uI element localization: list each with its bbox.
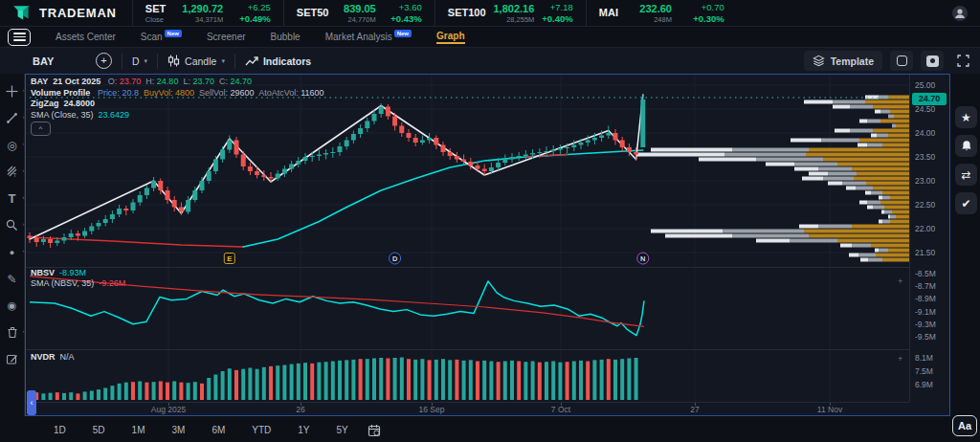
time-tick-label: 26 [296, 405, 304, 414]
pencil-tool-icon[interactable]: ✎ [1, 266, 24, 292]
event-badge-N[interactable]: N [637, 253, 649, 264]
magnet-tool-icon[interactable]: ◉ [1, 293, 24, 319]
event-badge-E[interactable]: E [224, 254, 234, 264]
symbol-button[interactable]: BAY [33, 55, 86, 67]
range-1m-button[interactable]: 1M [121, 422, 157, 438]
time-tick-label: 11 Nov [817, 405, 842, 414]
range-3m-button[interactable]: 3M [161, 422, 197, 438]
high-value: 24.80 [157, 77, 179, 86]
scroll-to-start-handle[interactable]: ‹ [27, 390, 36, 415]
indicators-button[interactable]: Indicators [245, 55, 311, 67]
pane-maximize-button[interactable]: + [898, 276, 902, 286]
compare-add-button[interactable]: + [96, 53, 112, 69]
font-settings-button[interactable]: Aa [952, 415, 977, 436]
range-ytd-button[interactable]: YTD [240, 422, 282, 438]
index-volume: 34,371M [195, 15, 223, 24]
nvdr-legend: NVDR N/A [31, 352, 75, 364]
pane-maximize-button[interactable]: + [898, 354, 902, 364]
toolbar-divider [234, 54, 235, 69]
nav-market-analysis[interactable]: Market AnalysisNew [325, 32, 412, 42]
zoom-tool-icon[interactable]: › [1, 212, 24, 238]
nav-screener[interactable]: Screener [207, 32, 246, 42]
index-volume: 28,255M [506, 15, 534, 24]
fib-circles-tool-icon[interactable]: ◎› [1, 132, 24, 158]
range-1d-button[interactable]: 1D [42, 422, 78, 438]
range-1y-button[interactable]: 1Y [286, 422, 321, 438]
nbsv-tick-label: -8.7M [915, 281, 936, 291]
nav-label: Screener [207, 32, 246, 42]
vp-ato-label: AtoAtcVol: [258, 88, 299, 98]
legend-symbol[interactable]: BAY [31, 77, 48, 86]
price-tick-label: 24.00 [915, 128, 935, 138]
bell-icon [961, 140, 972, 152]
index-set50[interactable]: SET50 839.0524,770M +3.60+0.43% [283, 0, 434, 26]
square-outline-icon [897, 55, 907, 66]
menu-icon[interactable] [8, 29, 31, 46]
notes-tool-icon[interactable] [1, 346, 24, 372]
svg-text:E: E [227, 254, 232, 263]
compare-switch-button[interactable]: ⇄ [955, 164, 977, 186]
nbsv-tick-label: -9.5M [915, 332, 936, 342]
checklist-button[interactable]: ✔ [955, 192, 977, 214]
screenshot-button[interactable] [921, 51, 944, 71]
trading-app-window: TRADEMAN SETClose 1,290.7234,371M +6.25+… [0, 0, 980, 442]
nbsv-tick-label: -9.1M [915, 307, 936, 317]
template-label: Template [831, 55, 874, 67]
interval-select[interactable]: D▾ [132, 55, 147, 67]
text-tool-icon[interactable]: T› [1, 186, 24, 211]
range-5d-button[interactable]: 5D [81, 422, 117, 438]
nbsv-title[interactable]: NBSV [31, 268, 55, 277]
app-logo[interactable]: TRADEMAN [0, 0, 132, 26]
index-set[interactable]: SETClose 1,290.7234,371M +6.25+0.49% [132, 0, 283, 26]
alerts-button[interactable] [955, 135, 977, 157]
time-axis[interactable]: Aug 20252616 Sep7 Oct2711 Nov [26, 402, 909, 415]
index-volume: 24,770M [348, 15, 376, 24]
vp-title[interactable]: Volume Profile [31, 88, 90, 98]
user-avatar[interactable] [940, 0, 980, 26]
toolbar-divider [122, 54, 122, 69]
ellipse-tool-icon[interactable]: ●› [1, 239, 24, 265]
chart-canvas[interactable]: EDN++ [26, 75, 909, 402]
index-name: SET100 [448, 7, 486, 18]
nav-graph[interactable]: Graph [436, 31, 464, 44]
volume-profile-legend: Volume Profile Price: 20.8 BuyVol: 4800 … [31, 88, 324, 99]
nav-scan[interactable]: ScanNew [141, 32, 182, 42]
select-region-button[interactable] [890, 51, 913, 71]
nbsv-sma-title[interactable]: SMA (NBSV, 35) [31, 278, 94, 288]
index-name: SET [145, 3, 166, 14]
vp-price-label: Price: [98, 88, 120, 98]
high-label: H: [145, 77, 154, 86]
custom-range-button[interactable] [368, 424, 381, 437]
fullscreen-icon [957, 55, 969, 67]
range-5y-button[interactable]: 5Y [325, 422, 360, 438]
favorites-button[interactable]: ★ [955, 106, 977, 128]
sma-line [243, 150, 643, 247]
index-mai[interactable]: MAI 232.60248M +0.70+0.30% [586, 0, 737, 26]
collapse-legend-button[interactable]: ^ [31, 122, 51, 136]
nav-bubble[interactable]: Bubble [271, 32, 301, 42]
close-value: 24.70 [231, 77, 253, 86]
delete-tool-icon[interactable]: › [1, 320, 24, 345]
pattern-tool-icon[interactable]: T› [1, 159, 24, 185]
index-set100[interactable]: SET100 1,802.1628,255M +7.18+0.40% [434, 0, 586, 26]
crosshair-tool-icon[interactable]: › [1, 78, 24, 104]
volume-profile-bars [636, 96, 909, 262]
event-badge-D[interactable]: D [390, 253, 401, 264]
logo-icon [11, 4, 33, 23]
chart-type-select[interactable]: Candle▾ [167, 55, 225, 67]
drawing-toolbar: › › ◎› T› T› › ●› ✎ ◉ › [0, 74, 25, 416]
zigzag-title[interactable]: ZigZag [31, 99, 59, 108]
range-6m-button[interactable]: 6M [200, 422, 236, 438]
nvdr-title[interactable]: NVDR [31, 352, 56, 362]
last-price-tag: 24.70 [912, 93, 947, 105]
nav-label: Scan [141, 32, 163, 42]
trendline-tool-icon[interactable]: › [1, 105, 24, 131]
indicators-label: Indicators [263, 55, 311, 67]
price-axis[interactable]: 25.0024.5024.0023.5023.0022.5022.0021.50… [909, 75, 949, 402]
candle-icon [167, 55, 180, 67]
template-button[interactable]: Template [804, 51, 882, 71]
nav-assets-center[interactable]: Assets Center [56, 32, 116, 42]
sma-title[interactable]: SMA (Close, 35) [31, 110, 94, 120]
price-tick-label: 24.50 [915, 104, 935, 114]
fullscreen-button[interactable] [951, 51, 974, 71]
